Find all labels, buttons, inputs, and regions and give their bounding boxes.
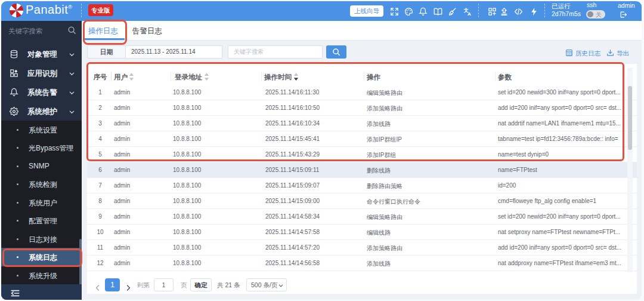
svg-text:A: A [467, 11, 471, 16]
